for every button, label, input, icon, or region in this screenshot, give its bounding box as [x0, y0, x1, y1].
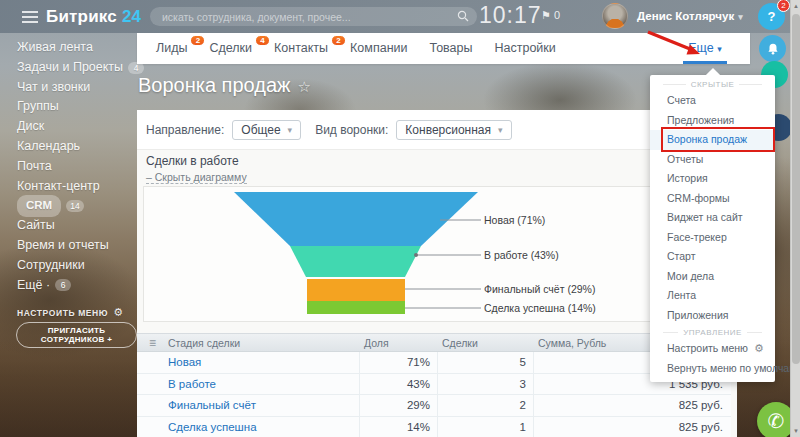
menu-item-invoices[interactable]: Счета	[650, 91, 775, 111]
hamburger-menu-icon[interactable]	[22, 8, 38, 26]
notifications-button[interactable]	[759, 35, 786, 62]
tab-deals[interactable]: Сделки4	[198, 33, 263, 64]
stage-link[interactable]: Новая	[168, 356, 201, 368]
scroll-down-icon[interactable]: ▼	[791, 428, 800, 434]
menu-item-crm-forms[interactable]: CRM-формы	[650, 189, 775, 209]
chevron-down-icon: ▾	[717, 44, 722, 54]
content-panel: Направление: Общее▾ Вид воронки: Конверс…	[137, 110, 737, 437]
funnel-stage-label: Новая (71%)	[484, 214, 545, 226]
funnel-stage-label: В работе (43%)	[484, 249, 559, 261]
top-bar: Битрикс 24 10:17 ⚑ 0 Денис Котлярчук▾	[0, 0, 800, 33]
stage-link[interactable]: Сделка успешна	[168, 421, 257, 433]
table-row: В работе 43% 3 1 535 руб.	[137, 374, 731, 396]
menu-item-sales-funnel[interactable]: Воронка продаж	[650, 130, 775, 150]
table-row: Финальный счёт 29% 2 825 руб.	[137, 395, 731, 417]
more-dropdown-menu: СКРЫТЫЕ Счета Предложения Воронка продаж…	[650, 75, 775, 382]
tab-more[interactable]: Еще ▾	[683, 33, 727, 64]
menu-item-quotes[interactable]: Предложения	[650, 111, 775, 131]
sidebar-item-tasks[interactable]: Задачи и Проекты4	[17, 58, 137, 78]
sidebar-item-calendar[interactable]: Календарь	[17, 137, 137, 157]
menu-item-configure-menu[interactable]: Настроить меню⚙	[650, 339, 775, 359]
funnel-shapes	[144, 187, 731, 323]
invite-employees-button[interactable]: ПРИГЛАСИТЬ СОТРУДНИКОВ +	[16, 322, 137, 348]
badge: 6	[55, 279, 71, 291]
stage-link[interactable]: В работе	[168, 378, 216, 390]
sidebar: Живая лента Задачи и Проекты4 Чат и звон…	[0, 33, 137, 295]
sidebar-item-time-reports[interactable]: Время и отчеты	[17, 236, 137, 256]
global-search[interactable]	[150, 7, 477, 26]
chevron-down-icon: ▾	[738, 12, 743, 22]
tab-contacts[interactable]: Контакты2	[263, 33, 339, 64]
favorite-star-icon[interactable]: ☆	[297, 78, 310, 95]
search-input[interactable]	[150, 11, 457, 23]
sidebar-item-chat-calls[interactable]: Чат и звонки	[17, 78, 137, 98]
menu-item-history[interactable]: История	[650, 169, 775, 189]
page-scrollbar[interactable]: ▲ ▼	[790, 0, 800, 437]
tab-products[interactable]: Товары	[419, 33, 484, 64]
hide-chart-link[interactable]: – Скрыть диаграмму	[146, 171, 247, 184]
page-title: Воронка продаж☆	[138, 74, 311, 97]
menu-item-applications[interactable]: Приложения	[650, 306, 775, 326]
chevron-down-icon: ▾	[288, 125, 293, 135]
scroll-up-icon[interactable]: ▲	[791, 3, 800, 9]
funnel-view-label: Вид воронки:	[315, 123, 388, 137]
menu-item-my-activities[interactable]: Мои дела	[650, 267, 775, 287]
search-icon[interactable]	[457, 8, 469, 26]
sidebar-item-mail[interactable]: Почта	[17, 157, 137, 177]
scrollbar-thumb[interactable]	[792, 14, 800, 364]
sidebar-item-groups[interactable]: Группы	[17, 97, 137, 117]
sidebar-item-more[interactable]: Ещё ·6	[17, 276, 137, 296]
gear-icon: ⚙	[113, 306, 123, 318]
menu-item-reset-menu[interactable]: Вернуть меню по умолчанию	[650, 359, 775, 379]
menu-item-stream[interactable]: Лента	[650, 286, 775, 306]
stages-table: ≡ Стадия сделки Доля Сделки Сумма, Рубль…	[137, 333, 731, 437]
configure-menu-link[interactable]: НАСТРОИТЬ МЕНЮ⚙	[17, 306, 124, 319]
gear-icon: ⚙	[754, 342, 764, 354]
sidebar-item-crm[interactable]: CRM14	[17, 196, 137, 216]
funnel-view-select[interactable]: Конверсионная▾	[396, 120, 511, 140]
tab-companies[interactable]: Компании	[339, 33, 418, 64]
direction-select[interactable]: Общее▾	[232, 120, 301, 140]
chart-subtitle: Сделки в работе	[146, 154, 239, 168]
sidebar-item-employees[interactable]: Сотрудники	[17, 256, 137, 276]
sidebar-item-feed[interactable]: Живая лента	[17, 38, 137, 58]
user-menu[interactable]: Денис Котлярчук▾	[637, 10, 743, 22]
direction-label: Направление:	[146, 123, 224, 137]
bell-icon	[766, 42, 780, 56]
tab-leads[interactable]: Лиды2	[145, 33, 198, 64]
crm-nav-bar: Лиды2 Сделки4 Контакты2 Компании Товары …	[137, 33, 750, 64]
table-row: Сделка успешна 14% 1 825 руб.	[137, 417, 731, 437]
badge: 14	[66, 200, 83, 212]
flag-icon: ⚑	[541, 9, 551, 21]
phone-icon: ✆	[768, 409, 785, 433]
menu-item-site-widget[interactable]: Виджет на сайт	[650, 208, 775, 228]
flag-counter[interactable]: ⚑ 0	[541, 9, 560, 22]
funnel-stage-label: Финальный счёт (29%)	[484, 283, 595, 295]
dropdown-section-management: УПРАВЛЕНИЕ	[650, 325, 775, 339]
table-row: Новая 71% 5	[137, 352, 731, 374]
filter-bar: Направление: Общее▾ Вид воронки: Конверс…	[137, 110, 737, 150]
table-header: ≡ Стадия сделки Доля Сделки Сумма, Рубль	[137, 333, 731, 352]
chevron-down-icon: ▾	[498, 125, 503, 135]
sidebar-item-sites[interactable]: Сайты	[17, 216, 137, 236]
app-window: Битрикс 24 10:17 ⚑ 0 Денис Котлярчук▾ ? …	[0, 0, 800, 437]
funnel-chart: Новая (71%) В работе (43%) Финальный счё…	[143, 186, 730, 322]
sidebar-item-drive[interactable]: Диск	[17, 117, 137, 137]
user-avatar[interactable]	[602, 3, 628, 29]
menu-item-reports[interactable]: Отчеты	[650, 150, 775, 170]
stage-link[interactable]: Финальный счёт	[168, 399, 256, 411]
menu-item-face-tracker[interactable]: Face-трекер	[650, 228, 775, 248]
funnel-stage-label: Сделка успешна (14%)	[484, 302, 596, 314]
tab-settings[interactable]: Настройки	[484, 33, 567, 64]
menu-item-start[interactable]: Старт	[650, 247, 775, 267]
table-menu-icon[interactable]: ≡	[137, 336, 168, 350]
app-logo[interactable]: Битрикс 24	[46, 7, 141, 27]
clock: 10:17	[479, 2, 542, 29]
sidebar-item-contact-center[interactable]: Контакт-центр	[17, 177, 137, 197]
